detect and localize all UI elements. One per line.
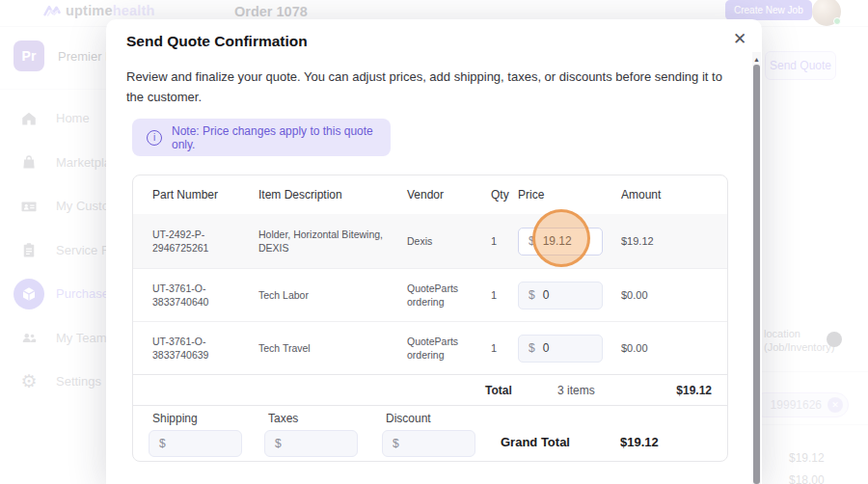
part-number-cell: UT-2492-P- 2946725261: [152, 228, 258, 255]
item-description-cell: Tech Labor: [258, 288, 407, 302]
header-vendor: Vendor: [407, 188, 491, 202]
currency-prefix: $: [529, 288, 535, 302]
table-row: UT-3761-O- 3833740640 Tech Labor QuotePa…: [133, 268, 727, 321]
quote-items-table: Part Number Item Description Vendor Qty …: [132, 175, 728, 462]
discount-group: Discount $: [382, 412, 475, 457]
header-item-description: Item Description: [258, 188, 407, 202]
send-quote-confirmation-modal: Send Quote Confirmation ✕ Review and fin…: [106, 19, 762, 484]
modal-scrollbar-thumb[interactable]: [753, 65, 760, 484]
modal-description: Review and finalize your quote. You can …: [126, 67, 732, 107]
amount-cell: $0.00: [621, 288, 727, 302]
grand-total-label: Grand Total: [501, 435, 570, 449]
price-input[interactable]: $ 0: [518, 335, 603, 363]
discount-input[interactable]: $: [382, 430, 475, 457]
header-price: Price: [518, 188, 621, 202]
header-amount: Amount: [621, 188, 727, 202]
screen: uptimehealth Order 1078 Create New Job P…: [0, 0, 868, 484]
price-value: 19.12: [543, 234, 572, 248]
total-row: Total 3 items $19.12: [133, 374, 727, 405]
amount-cell: $19.12: [621, 234, 727, 248]
close-icon[interactable]: ✕: [729, 28, 750, 49]
table-header-row: Part Number Item Description Vendor Qty …: [133, 175, 727, 214]
taxes-label: Taxes: [264, 412, 358, 425]
header-part-number: Part Number: [152, 188, 258, 202]
price-cell: $ 19.12: [518, 228, 621, 255]
header-qty: Qty: [491, 188, 518, 202]
amount-cell: $0.00: [621, 341, 727, 355]
currency-prefix: $: [529, 341, 535, 355]
vendor-cell: QuoteParts ordering: [407, 282, 491, 309]
currency-prefix: $: [275, 437, 282, 450]
note-text: Note: Price changes apply to this quote …: [172, 124, 391, 151]
qty-cell: 1: [491, 288, 518, 302]
discount-label: Discount: [382, 412, 475, 425]
price-input[interactable]: $ 19.12: [518, 228, 603, 255]
table-row: UT-2492-P- 2946725261 Holder, Horizontal…: [133, 214, 727, 268]
part-number-cell: UT-3761-O- 3833740640: [152, 282, 258, 309]
scrollbar-up-arrow[interactable]: ▲: [753, 56, 760, 63]
qty-cell: 1: [491, 234, 518, 248]
item-description-cell: Tech Travel: [258, 341, 407, 355]
total-items-count: 3 items: [557, 384, 595, 397]
vendor-cell: Dexis: [407, 234, 491, 248]
grand-total-value: $19.12: [620, 435, 659, 449]
modal-title: Send Quote Confirmation: [126, 33, 308, 50]
qty-cell: 1: [491, 341, 518, 355]
currency-prefix: $: [529, 234, 535, 248]
total-label: Total: [485, 384, 512, 397]
vendor-cell: QuoteParts ordering: [407, 335, 491, 362]
price-input[interactable]: $ 0: [518, 282, 603, 309]
charges-footer: Shipping $ Taxes $ Discount $ Grand Tota…: [133, 405, 727, 462]
shipping-group: Shipping $: [149, 412, 242, 457]
price-value: 0: [543, 288, 550, 302]
table-row: UT-3761-O- 3833740639 Tech Travel QuoteP…: [133, 321, 727, 374]
price-cell: $ 0: [518, 335, 621, 363]
total-amount: $19.12: [676, 384, 712, 397]
currency-prefix: $: [393, 437, 399, 450]
shipping-input[interactable]: $: [149, 430, 242, 457]
note-banner: i Note: Price changes apply to this quot…: [132, 119, 391, 156]
part-number-cell: UT-3761-O- 3833740639: [152, 335, 258, 362]
taxes-input[interactable]: $: [264, 430, 358, 457]
currency-prefix: $: [159, 437, 166, 450]
item-description-cell: Holder, Horizontal Bitewing, DEXIS: [258, 228, 407, 255]
info-icon: i: [147, 130, 162, 146]
shipping-label: Shipping: [149, 412, 242, 425]
taxes-group: Taxes $: [264, 412, 358, 457]
price-cell: $ 0: [518, 282, 621, 309]
price-value: 0: [543, 341, 550, 355]
